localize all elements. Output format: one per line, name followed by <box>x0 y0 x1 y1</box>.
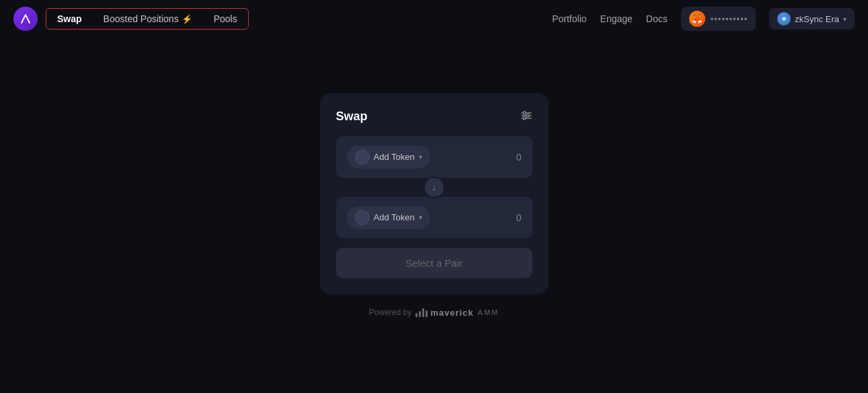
wallet-avatar-icon: 🦊 <box>689 11 705 27</box>
add-token-label-from: Add Token <box>374 152 415 162</box>
token-dropdown-chevron-to: ▾ <box>419 214 422 221</box>
portfolio-link[interactable]: Portfolio <box>552 13 586 24</box>
app-logo <box>13 7 38 31</box>
network-label: zkSync Era <box>795 14 839 24</box>
wallet-address: •••••••••• <box>711 14 748 24</box>
add-token-label-to: Add Token <box>374 212 415 222</box>
token-input-from: Add Token ▾ 0 <box>336 136 532 178</box>
header-right: Portfolio Engage Docs 🦊 •••••••••• zkSyn… <box>552 7 855 31</box>
token-amount-to: 0 <box>516 212 522 223</box>
add-token-button-to[interactable]: Add Token ▾ <box>347 206 430 229</box>
app-header: Swap Boosted Positions ⚡ Pools Portfolio… <box>0 0 868 38</box>
token-amount-from: 0 <box>516 152 522 163</box>
token-pair-wrapper: Add Token ▾ 0 ↓ Add Token ▾ <box>336 136 532 238</box>
network-icon <box>777 12 791 26</box>
docs-link[interactable]: Docs <box>646 13 668 24</box>
select-pair-button[interactable]: Select a Pair <box>336 248 532 278</box>
token-icon-placeholder-from <box>355 150 370 165</box>
powered-by-footer: Powered by maverick AMM <box>369 308 499 318</box>
swap-arrow-wrapper: ↓ <box>336 177 532 198</box>
amm-text: AMM <box>478 308 500 316</box>
powered-by-text: Powered by <box>369 308 411 317</box>
tab-pools[interactable]: Pools <box>203 9 248 29</box>
swap-card: Swap Add Token ▾ <box>320 93 549 294</box>
main-content: Swap Add Token ▾ <box>0 38 868 393</box>
add-token-button-from[interactable]: Add Token ▾ <box>347 146 430 169</box>
tab-swap[interactable]: Swap <box>46 9 93 29</box>
maverick-bars-icon <box>416 308 428 317</box>
nav-tabs-container: Swap Boosted Positions ⚡ Pools <box>46 8 249 30</box>
boost-lightning-icon: ⚡ <box>182 14 192 24</box>
maverick-logo: maverick <box>416 308 473 318</box>
svg-point-6 <box>523 117 526 120</box>
wallet-badge[interactable]: 🦊 •••••••••• <box>681 7 756 31</box>
token-icon-placeholder-to <box>355 210 370 225</box>
token-input-to: Add Token ▾ 0 <box>336 197 532 238</box>
settings-icon[interactable] <box>520 110 532 124</box>
svg-point-4 <box>523 112 526 114</box>
swap-card-title: Swap <box>336 110 368 124</box>
swap-card-header: Swap <box>336 110 532 124</box>
network-selector[interactable]: zkSync Era ▾ <box>769 8 855 30</box>
token-dropdown-chevron-from: ▾ <box>419 153 422 161</box>
swap-arrow-icon: ↓ <box>432 182 436 192</box>
maverick-brand-text: maverick <box>430 308 473 318</box>
token-inputs-container: Add Token ▾ 0 ↓ Add Token ▾ <box>336 136 532 238</box>
swap-direction-button[interactable]: ↓ <box>424 177 445 198</box>
header-left: Swap Boosted Positions ⚡ Pools <box>13 7 249 31</box>
engage-link[interactable]: Engage <box>600 13 633 24</box>
svg-point-5 <box>526 114 529 117</box>
chevron-down-icon: ▾ <box>843 15 846 23</box>
tab-boosted-positions[interactable]: Boosted Positions ⚡ <box>93 9 203 29</box>
